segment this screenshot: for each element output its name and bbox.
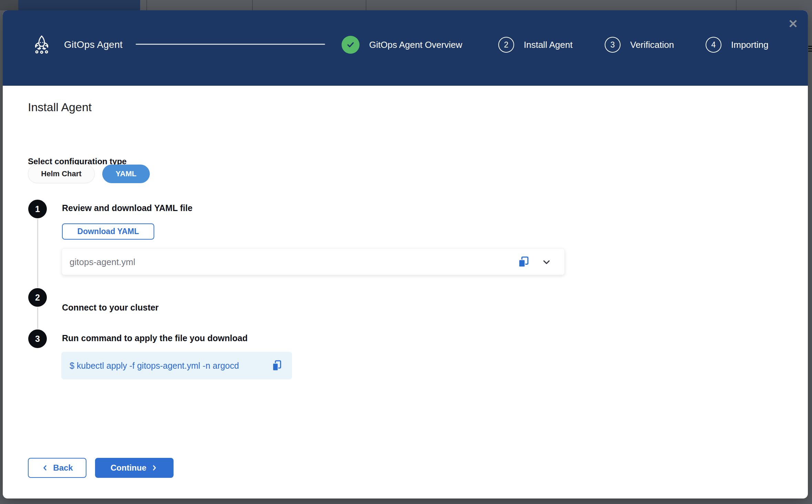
tab-divider <box>252 0 253 10</box>
tab-strip-edge <box>0 0 18 10</box>
back-button[interactable]: Back <box>28 458 86 478</box>
stepper-step-importing[interactable]: 4 Importing <box>706 36 768 54</box>
back-label: Back <box>53 463 73 473</box>
config-option-yaml[interactable]: YAML <box>102 165 150 183</box>
install-step-1-title: Review and download YAML file <box>62 203 192 213</box>
page-title: Install Agent <box>28 101 92 114</box>
step-number-circle: 4 <box>706 37 721 53</box>
copy-icon <box>517 255 530 269</box>
stepper-step-overview[interactable]: GitOps Agent Overview <box>342 36 462 54</box>
expand-yaml-toggle[interactable] <box>540 256 553 268</box>
stepper-step-verification[interactable]: 3 Verification <box>605 36 674 54</box>
continue-button[interactable]: Continue <box>95 458 174 478</box>
stepper-divider-line <box>136 44 325 45</box>
chevron-right-icon <box>150 464 158 472</box>
install-step-1-circle: 1 <box>28 200 47 218</box>
stepper-step-install-agent[interactable]: 2 Install Agent <box>498 36 573 54</box>
chevron-left-icon <box>41 464 49 472</box>
stepper-step-label: GitOps Agent Overview <box>369 40 462 50</box>
install-step-2-circle: 2 <box>28 288 47 307</box>
background-bottom-bar <box>0 498 812 504</box>
download-yaml-label: Download YAML <box>77 227 139 236</box>
install-step-2-title: Connect to your cluster <box>62 303 159 313</box>
step-number-circle: 2 <box>498 37 514 53</box>
check-icon <box>342 36 360 54</box>
continue-label: Continue <box>111 463 146 473</box>
config-option-helm-chart[interactable]: Helm Chart <box>28 165 95 183</box>
stepper-step-label: Install Agent <box>524 40 573 50</box>
tab-divider <box>736 0 737 10</box>
background-right-strip <box>808 0 812 504</box>
gitops-agent-wizard-modal: GitOps Agent GitOps Agent Overview 2 Ins… <box>3 10 808 498</box>
close-icon: ✕ <box>788 18 798 30</box>
browser-tab <box>18 0 140 10</box>
install-step-3-circle: 3 <box>28 329 47 348</box>
step-number-circle: 3 <box>605 37 621 53</box>
yaml-file-name: gitops-agent.yml <box>70 257 135 267</box>
background-tab-strip <box>0 0 812 10</box>
squid-icon <box>32 34 52 54</box>
step-connector <box>37 218 38 288</box>
wizard-header: GitOps Agent GitOps Agent Overview 2 Ins… <box>3 10 808 86</box>
tab-divider <box>146 0 147 10</box>
menu-lines-icon <box>808 46 812 53</box>
copy-icon <box>271 359 283 372</box>
copy-command-button[interactable] <box>270 359 284 372</box>
wizard-title: GitOps Agent <box>64 39 123 50</box>
stepper-step-label: Verification <box>630 40 674 50</box>
config-option-label: YAML <box>116 169 136 178</box>
stepper-step-label: Importing <box>731 40 768 50</box>
step-connector <box>37 307 38 329</box>
config-option-label: Helm Chart <box>41 169 81 178</box>
install-step-3-title: Run command to apply the file you downlo… <box>62 333 248 343</box>
copy-yaml-button[interactable] <box>516 255 531 269</box>
download-yaml-button[interactable]: Download YAML <box>62 223 154 240</box>
command-text: $ kubectl apply -f gitops-agent.yml -n a… <box>70 361 239 371</box>
tab-divider <box>366 0 366 10</box>
screen: GitOps Agent GitOps Agent Overview 2 Ins… <box>0 0 812 504</box>
close-button[interactable]: ✕ <box>784 15 802 32</box>
command-box: $ kubectl apply -f gitops-agent.yml -n a… <box>61 352 292 379</box>
yaml-file-card: gitops-agent.yml <box>62 248 565 275</box>
chevron-down-icon <box>541 257 552 267</box>
